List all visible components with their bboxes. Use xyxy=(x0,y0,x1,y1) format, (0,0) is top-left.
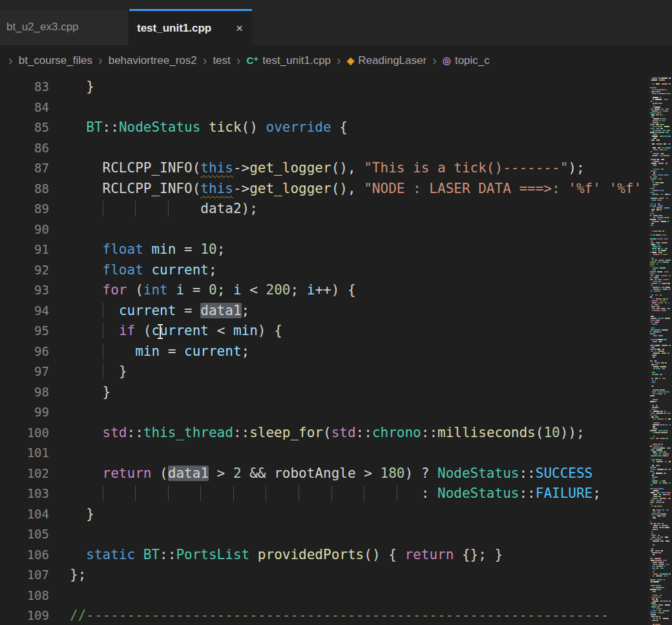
code-text: //--------------------------------------… xyxy=(70,606,609,625)
breadcrumb-item-ReadingLaser[interactable]: ◈ReadingLaser xyxy=(347,54,426,67)
chevron-right-icon: › xyxy=(98,53,103,68)
code-line[interactable]: 101 xyxy=(0,443,672,464)
code-line[interactable]: 92 float current; xyxy=(0,260,672,281)
line-number: 107 xyxy=(0,565,49,586)
code-line[interactable]: 83 } xyxy=(0,77,672,97)
line-number: 89 xyxy=(0,199,49,220)
code-line[interactable]: 93 for (int i = 0; i < 200; i++) { xyxy=(0,280,672,301)
code-line[interactable]: 105 xyxy=(0,524,672,545)
line-number: 88 xyxy=(0,179,49,200)
breadcrumb-item-test_unit1.cpp[interactable]: C⁺test_unit1.cpp xyxy=(246,54,331,67)
breadcrumb-label: bt_course_files xyxy=(19,54,92,67)
code-text: : NodeStatus::FAILURE; xyxy=(70,484,601,504)
code-line[interactable]: 100 std::this_thread::sleep_for(std::chr… xyxy=(0,423,672,444)
breadcrumb-item-test[interactable]: test xyxy=(213,54,230,67)
chevron-right-icon: › xyxy=(236,53,241,68)
code-line[interactable]: 97 } xyxy=(0,362,672,382)
code-text: static BT::PortsList providedPorts() { r… xyxy=(70,545,503,566)
code-text: if (current < min) { xyxy=(70,321,282,342)
code-line[interactable]: 103 : NodeStatus::FAILURE; xyxy=(0,484,672,504)
code-line[interactable]: 88 RCLCPP_INFO(this->get_logger(), "NODE… xyxy=(0,179,672,200)
title-bar xyxy=(0,0,672,9)
minimap[interactable] xyxy=(649,76,672,625)
line-number: 108 xyxy=(0,586,49,606)
line-number: 94 xyxy=(0,301,49,322)
code-line[interactable]: 107}; xyxy=(0,565,672,586)
code-text: for (int i = 0; i < 200; i++) { xyxy=(70,280,356,301)
line-number: 86 xyxy=(0,138,49,159)
code-text: } xyxy=(70,382,110,403)
breadcrumb-item-bt_course_files[interactable]: bt_course_files xyxy=(19,54,92,67)
line-number: 97 xyxy=(0,362,49,382)
code-line[interactable]: 94 current = data1; xyxy=(0,301,672,322)
code-text: } xyxy=(70,504,94,525)
line-number: 102 xyxy=(0,464,49,484)
line-number: 83 xyxy=(0,77,49,97)
class-icon: ◈ xyxy=(347,55,355,67)
method-icon: ◎ xyxy=(443,55,451,67)
code-line[interactable]: 106 static BT::PortsList providedPorts()… xyxy=(0,545,672,566)
code-text: BT::NodeStatus tick() override { xyxy=(70,118,348,138)
chevron-right-icon: › xyxy=(203,53,207,68)
chevron-right-icon: › xyxy=(432,53,437,68)
code-text: } xyxy=(70,77,94,97)
code-text: current = data1; xyxy=(70,301,249,322)
chevron-right-icon: › xyxy=(337,53,341,68)
cpp-file-icon: C⁺ xyxy=(246,55,258,67)
code-line[interactable]: 109//-----------------------------------… xyxy=(0,606,672,625)
breadcrumb-label: test xyxy=(213,54,230,67)
chevron-right-icon: › xyxy=(8,53,13,68)
line-number: 98 xyxy=(0,382,49,403)
code-line[interactable]: 98 } xyxy=(0,382,672,403)
code-editor[interactable]: 83 }8485 BT::NodeStatus tick() override … xyxy=(0,76,672,625)
code-line[interactable]: 90 xyxy=(0,220,672,240)
breadcrumb-label: ReadingLaser xyxy=(358,54,426,67)
code-lines: 83 }8485 BT::NodeStatus tick() override … xyxy=(0,76,672,625)
code-line[interactable]: 84 xyxy=(0,97,672,118)
code-line[interactable]: 86 xyxy=(0,138,672,159)
line-number: 84 xyxy=(0,97,49,118)
line-number: 109 xyxy=(0,606,49,625)
code-line[interactable]: 108 xyxy=(0,586,672,606)
line-number: 99 xyxy=(0,402,49,423)
tab-label: test_unit1.cpp xyxy=(137,22,211,35)
tab-label: bt_u2_ex3.cpp xyxy=(6,21,79,34)
breadcrumb-item-topic_c[interactable]: ◎topic_c xyxy=(443,54,490,67)
line-number: 101 xyxy=(0,443,49,464)
code-text: RCLCPP_INFO(this->get_logger(), "This is… xyxy=(70,158,585,179)
line-number: 85 xyxy=(0,118,49,138)
code-text: float current; xyxy=(70,260,217,281)
mouse-cursor-ibeam xyxy=(160,325,161,338)
code-line[interactable]: 96 min = current; xyxy=(0,342,672,362)
code-line[interactable]: 95 if (current < min) { xyxy=(0,321,672,342)
breadcrumb-label: topic_c xyxy=(455,54,490,67)
tab-bt_u2_ex3.cpp[interactable]: bt_u2_ex3.cpp xyxy=(0,9,129,45)
code-line[interactable]: 104 } xyxy=(0,504,672,525)
code-line[interactable]: 87 RCLCPP_INFO(this->get_logger(), "This… xyxy=(0,158,672,179)
breadcrumb-item-behaviortree_ros2[interactable]: behaviortree_ros2 xyxy=(109,54,197,67)
code-line[interactable]: 85 BT::NodeStatus tick() override { xyxy=(0,118,672,138)
line-number: 103 xyxy=(0,484,49,504)
line-number: 96 xyxy=(0,342,49,362)
line-number: 105 xyxy=(0,524,49,545)
minimap-canvas[interactable] xyxy=(649,76,672,625)
line-number: 106 xyxy=(0,545,49,566)
line-number: 92 xyxy=(0,260,49,281)
line-number: 90 xyxy=(0,220,49,240)
line-number: 104 xyxy=(0,504,49,525)
code-line[interactable]: 89 data2); xyxy=(0,199,672,220)
line-number: 93 xyxy=(0,280,49,301)
tab-test_unit1.cpp[interactable]: test_unit1.cpp× xyxy=(129,9,252,45)
close-icon[interactable]: × xyxy=(236,21,243,36)
line-number: 87 xyxy=(0,158,49,179)
line-number: 100 xyxy=(0,423,49,444)
code-text: min = current; xyxy=(70,342,249,362)
code-line[interactable]: 91 float min = 10; xyxy=(0,240,672,260)
code-text: float min = 10; xyxy=(70,240,225,260)
breadcrumb-label: behaviortree_ros2 xyxy=(109,54,197,67)
tab-bar: bt_u2_ex3.cpptest_unit1.cpp× xyxy=(0,9,672,45)
code-text: std::this_thread::sleep_for(std::chrono:… xyxy=(70,423,585,444)
code-line[interactable]: 99 xyxy=(0,402,672,423)
code-line[interactable]: 102 return (data1 > 2 && robotAngle > 18… xyxy=(0,464,672,484)
code-text: RCLCPP_INFO(this->get_logger(), "NODE : … xyxy=(70,179,642,200)
